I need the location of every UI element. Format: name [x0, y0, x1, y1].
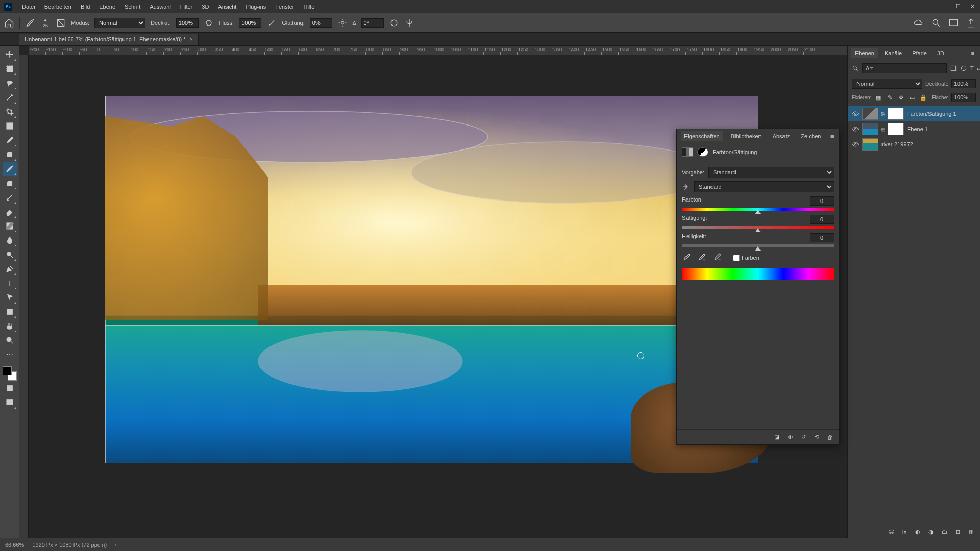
- delete-layer-icon[interactable]: 🗑: [967, 528, 975, 536]
- menu-ansicht[interactable]: Ansicht: [213, 2, 241, 12]
- targeted-adjust-icon[interactable]: [682, 183, 690, 191]
- lightness-input[interactable]: [810, 233, 834, 242]
- quick-mask-icon[interactable]: [3, 382, 17, 395]
- eraser-tool[interactable]: [3, 205, 17, 218]
- window-maximize-icon[interactable]: ☐: [954, 3, 962, 10]
- smoothing-input[interactable]: [310, 18, 332, 28]
- slider-handle-icon[interactable]: [755, 210, 761, 214]
- visibility-icon[interactable]: [852, 141, 859, 148]
- tab-eigenschaften[interactable]: Eigenschaften: [681, 131, 723, 141]
- menu-plugins[interactable]: Plug-ins: [241, 2, 271, 12]
- shape-tool[interactable]: [3, 305, 17, 318]
- search-icon[interactable]: [931, 18, 941, 28]
- layer-thumb-icon[interactable]: [862, 138, 878, 151]
- healing-brush-tool[interactable]: [3, 148, 17, 161]
- colorize-checkbox[interactable]: Färben: [733, 255, 760, 261]
- zoom-tool[interactable]: [3, 334, 17, 347]
- preset-select[interactable]: Standard: [708, 167, 834, 178]
- size-pressure-icon[interactable]: [389, 18, 399, 28]
- clip-to-layer-icon[interactable]: ◪: [773, 433, 781, 441]
- history-brush-tool[interactable]: [3, 191, 17, 204]
- brush-preset-picker[interactable]: ●26: [40, 18, 51, 28]
- clone-stamp-tool[interactable]: [3, 177, 17, 190]
- filter-adjust-icon[interactable]: [960, 64, 967, 72]
- channel-select[interactable]: Standard: [694, 181, 834, 192]
- tab-pfade[interactable]: Pfade: [908, 48, 931, 58]
- saturation-input[interactable]: [810, 215, 834, 224]
- eyedropper-subtract-icon[interactable]: [713, 253, 723, 263]
- layer-opacity-input[interactable]: [951, 79, 976, 88]
- magic-wand-tool[interactable]: [3, 91, 17, 104]
- status-arrow-icon[interactable]: ›: [115, 542, 117, 548]
- eyedropper-add-icon[interactable]: [697, 253, 707, 263]
- tab-ebenen[interactable]: Ebenen: [851, 48, 878, 58]
- type-tool[interactable]: [3, 277, 17, 290]
- foreground-color-swatch[interactable]: [3, 366, 12, 375]
- visibility-icon[interactable]: [852, 110, 859, 117]
- toggle-visibility-icon[interactable]: 👁: [786, 433, 794, 441]
- layer-row[interactable]: ⎘ Ebene 1: [848, 121, 980, 137]
- cloud-docs-icon[interactable]: [914, 18, 924, 28]
- link-icon[interactable]: ⎘: [881, 111, 885, 117]
- new-layer-icon[interactable]: ⊞: [953, 528, 962, 536]
- lock-artboard-icon[interactable]: ▭: [908, 93, 916, 102]
- hue-input[interactable]: [810, 196, 834, 206]
- mask-thumb-icon[interactable]: [888, 123, 904, 135]
- screen-mode-icon[interactable]: [3, 396, 17, 409]
- menu-datei[interactable]: Datei: [17, 2, 40, 12]
- visibility-icon[interactable]: [852, 126, 859, 133]
- menu-bild[interactable]: Bild: [76, 2, 94, 12]
- opacity-input[interactable]: [176, 18, 199, 28]
- filter-type-icon[interactable]: T: [970, 64, 974, 72]
- menu-auswahl[interactable]: Auswahl: [145, 2, 176, 12]
- ruler-vertical[interactable]: [19, 55, 29, 538]
- layer-fill-input[interactable]: [951, 93, 976, 102]
- filter-image-icon[interactable]: [950, 64, 957, 72]
- lasso-tool[interactable]: [3, 77, 17, 90]
- layer-row[interactable]: river-219972: [848, 137, 980, 152]
- share-icon[interactable]: [966, 18, 976, 28]
- add-mask-icon[interactable]: ◐: [914, 528, 922, 536]
- adjustment-thumb-icon[interactable]: [862, 108, 878, 120]
- home-icon[interactable]: [4, 18, 14, 28]
- layer-fx-icon[interactable]: fx: [900, 528, 909, 536]
- menu-hilfe[interactable]: Hilfe: [299, 2, 319, 12]
- workspace-icon[interactable]: [948, 18, 959, 28]
- window-close-icon[interactable]: ✕: [969, 3, 976, 10]
- opacity-pressure-icon[interactable]: [204, 18, 214, 28]
- layer-row[interactable]: ⎘ Farbton/Sättigung 1: [848, 106, 980, 121]
- menu-filter[interactable]: Filter: [176, 2, 197, 12]
- smoothing-options-icon[interactable]: [337, 18, 348, 28]
- dodge-tool[interactable]: [3, 248, 17, 261]
- tab-bibliotheken[interactable]: Bibliotheken: [728, 131, 765, 141]
- brush-tool[interactable]: [3, 162, 17, 176]
- new-group-icon[interactable]: 🗀: [940, 528, 948, 536]
- tab-kanaele[interactable]: Kanäle: [880, 48, 906, 58]
- mask-type-icon[interactable]: [697, 147, 708, 157]
- color-swatches[interactable]: [3, 366, 17, 381]
- document-info[interactable]: 1920 Px × 1080 Px (72 ppcm): [32, 542, 107, 548]
- menu-3d[interactable]: 3D: [197, 2, 213, 12]
- symmetry-icon[interactable]: [404, 18, 414, 28]
- menu-bearbeiten[interactable]: Bearbeiten: [40, 2, 76, 12]
- slider-handle-icon[interactable]: [755, 246, 761, 251]
- layer-thumb-icon[interactable]: [862, 123, 878, 135]
- brush-panel-icon[interactable]: [56, 18, 66, 28]
- move-tool[interactable]: [3, 48, 17, 61]
- hue-slider[interactable]: [682, 208, 834, 211]
- filter-shape-icon[interactable]: ▭: [977, 64, 980, 72]
- reset-previous-icon[interactable]: ↺: [799, 433, 807, 441]
- document-tab[interactable]: Unbenannt-1 bei 66,7% (Farbton/Sättigung…: [19, 34, 199, 45]
- reset-default-icon[interactable]: ⟲: [813, 433, 821, 441]
- layer-filter-input[interactable]: [862, 63, 947, 73]
- blend-mode-select[interactable]: Normal: [94, 18, 145, 28]
- brush-tool-icon[interactable]: [25, 18, 35, 28]
- close-tab-icon[interactable]: ×: [190, 36, 193, 42]
- eyedropper-tool[interactable]: [3, 134, 17, 147]
- delete-adjustment-icon[interactable]: 🗑: [826, 433, 834, 441]
- lock-pixels-icon[interactable]: ▦: [874, 93, 883, 102]
- menu-schrift[interactable]: Schrift: [120, 2, 145, 12]
- pen-tool[interactable]: [3, 262, 17, 276]
- path-select-tool[interactable]: [3, 291, 17, 304]
- mask-thumb-icon[interactable]: [888, 108, 904, 120]
